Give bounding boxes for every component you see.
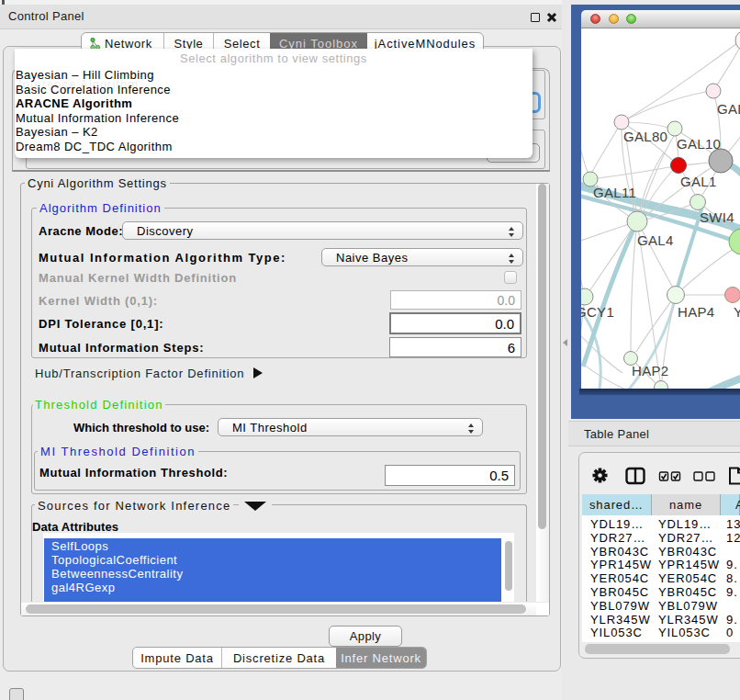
svg-text:GCY1: GCY1 (581, 304, 614, 320)
svg-text:HAP2: HAP2 (632, 363, 668, 378)
svg-text:GAL10: GAL10 (677, 136, 721, 152)
svg-text:GAL7: GAL7 (717, 101, 740, 117)
svg-text:GAL80: GAL80 (623, 129, 667, 144)
svg-text:GAL1: GAL1 (680, 174, 717, 189)
svg-text:YE: YE (734, 304, 740, 320)
svg-text:HAP4: HAP4 (678, 304, 714, 320)
svg-text:SWI4: SWI4 (700, 209, 734, 225)
svg-text:GAL11: GAL11 (593, 185, 636, 200)
svg-text:GAL4: GAL4 (637, 232, 674, 248)
